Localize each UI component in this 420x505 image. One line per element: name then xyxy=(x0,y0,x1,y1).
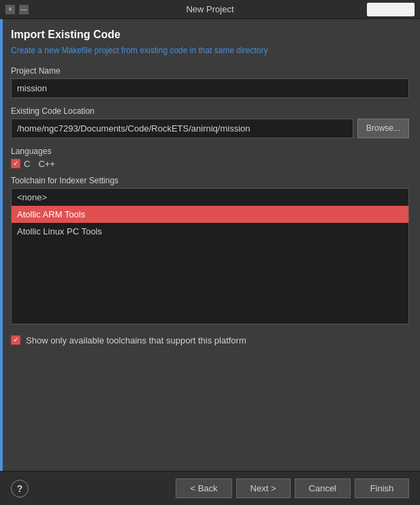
back-button[interactable]: < Back xyxy=(176,478,231,498)
subtitle-link[interactable]: Create a new Makefile project from exist… xyxy=(11,45,409,57)
toolchain-list[interactable]: <none> Atollic ARM Tools Atollic Linux P… xyxy=(11,188,409,324)
dialog-body: Import Existing Code Create a new Makefi… xyxy=(0,19,420,361)
minimize-button[interactable]: — xyxy=(19,5,29,14)
c-language-label: C xyxy=(24,159,30,169)
title-bar: × — New Project xyxy=(0,0,420,19)
browse-button[interactable]: Browse... xyxy=(357,119,409,138)
languages-section: Languages ✓ C C++ xyxy=(11,147,409,169)
project-name-label: Project Name xyxy=(11,66,409,76)
toolchain-item-arm[interactable]: Atollic ARM Tools xyxy=(12,206,408,223)
close-button[interactable]: × xyxy=(5,5,15,14)
next-button[interactable]: Next > xyxy=(236,478,291,498)
location-row: Browse... xyxy=(11,119,409,138)
cpp-language-label: C++ xyxy=(38,159,55,169)
c-language-checkbox[interactable]: ✓ C xyxy=(11,159,30,169)
window-title: New Project xyxy=(186,4,233,14)
location-label: Existing Code Location xyxy=(11,106,409,116)
show-only-checkmark: ✓ xyxy=(13,337,18,343)
location-input[interactable] xyxy=(11,119,353,138)
languages-row: ✓ C C++ xyxy=(11,159,409,169)
languages-label: Languages xyxy=(11,147,409,156)
show-only-row[interactable]: ✓ Show only available toolchains that su… xyxy=(11,330,409,351)
button-bar: ? < Back Next > Cancel Finish xyxy=(0,471,420,505)
c-checkmark: ✓ xyxy=(13,160,18,167)
show-only-checkbox[interactable]: ✓ xyxy=(11,335,20,345)
section-title: Import Existing Code xyxy=(11,29,409,41)
toolchain-item-none[interactable]: <none> xyxy=(12,189,408,206)
nav-buttons: < Back Next > Cancel Finish xyxy=(176,478,409,498)
left-accent-bar xyxy=(0,19,3,505)
finish-button[interactable]: Finish xyxy=(355,478,409,498)
cpp-language-checkbox[interactable]: C++ xyxy=(38,159,55,169)
toolchain-item-linux[interactable]: Atollic Linux PC Tools xyxy=(12,223,408,240)
project-name-input[interactable] xyxy=(11,78,409,98)
title-bar-right-control xyxy=(367,3,415,16)
help-button[interactable]: ? xyxy=(11,480,29,498)
c-checkbox-box: ✓ xyxy=(11,159,20,168)
show-only-label: Show only available toolchains that supp… xyxy=(26,335,246,346)
toolchain-label: Toolchain for Indexer Settings xyxy=(11,176,409,185)
cancel-button[interactable]: Cancel xyxy=(295,478,351,498)
